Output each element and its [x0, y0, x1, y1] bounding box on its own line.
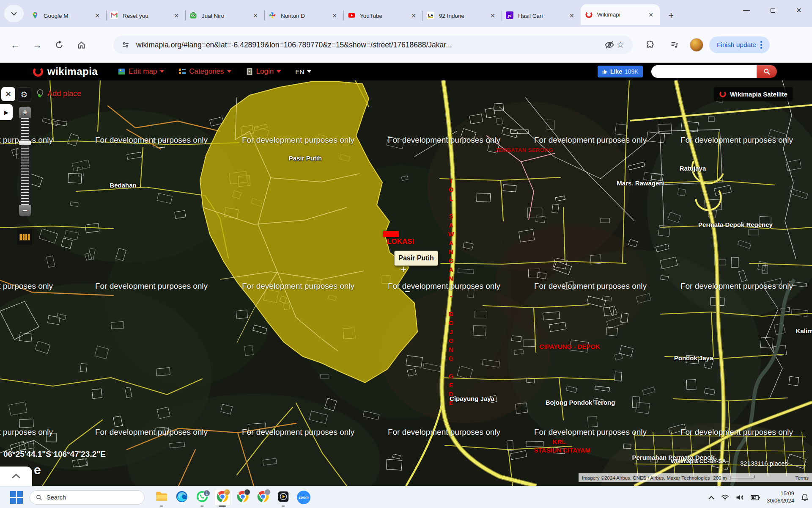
- wikimapia-crescent-icon: [32, 66, 44, 77]
- browser-tab[interactable]: YouTube✕: [343, 6, 422, 25]
- place-label[interactable]: Bojong Pondok Terong: [546, 399, 615, 406]
- panel-expand-arrow[interactable]: ▶: [0, 104, 13, 120]
- finish-update-button[interactable]: Finish update: [709, 36, 770, 53]
- battery-icon[interactable]: [751, 495, 760, 500]
- taskbar-search[interactable]: Search: [30, 490, 145, 505]
- browser-tab[interactable]: Nonton D✕: [264, 6, 343, 25]
- eye-hidden-icon[interactable]: [604, 39, 615, 50]
- running-indicator: [201, 505, 204, 507]
- tab-close-icon[interactable]: ✕: [409, 11, 418, 20]
- gear-icon: ⚙: [20, 90, 27, 99]
- browser-tab[interactable]: Google M✕: [27, 6, 106, 25]
- zoom-slider-handle[interactable]: [19, 141, 31, 145]
- back-button[interactable]: ←: [6, 36, 25, 54]
- taskbar-clock[interactable]: 15:09 30/06/2024: [767, 490, 794, 505]
- place-label[interactable]: Pondok Jaya: [674, 354, 713, 362]
- caret-down-icon: [277, 70, 281, 73]
- tab-close-icon[interactable]: ✕: [567, 11, 576, 20]
- tab-close-icon[interactable]: ✕: [646, 11, 656, 19]
- place-label[interactable]: Permata Depok Regency: [698, 221, 773, 228]
- profile-avatar[interactable]: [690, 38, 703, 52]
- tab-search-button[interactable]: [4, 5, 24, 22]
- caret-down-icon: [160, 70, 164, 73]
- wikimapia-logo[interactable]: wikimapia: [32, 66, 98, 77]
- home-button[interactable]: [72, 36, 91, 54]
- tab-close-icon[interactable]: ✕: [172, 11, 181, 20]
- notification-bell-icon[interactable]: [801, 494, 809, 502]
- toll-road-label[interactable]: TOL SAWANGAN - BOJONG GEDE: [447, 177, 455, 418]
- browser-tab[interactable]: Wikimapi✕: [581, 4, 660, 25]
- browser-tab[interactable]: Jual Niro✕: [185, 6, 264, 25]
- road-label: JEMBATAN SERONG: [495, 147, 553, 153]
- gmail-icon: [110, 11, 119, 20]
- tray-chevron-icon[interactable]: [708, 496, 714, 500]
- wikimapia-search-input[interactable]: [651, 65, 757, 78]
- taskbar-app-whatsapp[interactable]: 1: [192, 487, 212, 508]
- reload-button[interactable]: [50, 36, 69, 54]
- new-tab-button[interactable]: +: [665, 9, 678, 22]
- browser-menu-icon[interactable]: [756, 41, 766, 49]
- url-text[interactable]: wikimapia.org/#lang=en&lat=-6.428919&lon…: [136, 41, 604, 50]
- bookmark-star-icon[interactable]: ☆: [615, 39, 626, 50]
- location-marker[interactable]: [383, 231, 399, 237]
- browser-tab[interactable]: LA92 Indone✕: [422, 6, 502, 25]
- map-settings-button[interactable]: ⚙: [17, 87, 31, 102]
- taskbar-app-chrome[interactable]: [212, 487, 233, 508]
- bottom-panel-toggle[interactable]: [0, 467, 32, 486]
- place-label[interactable]: Cipayung Jaya: [450, 395, 494, 402]
- map-viewport[interactable]: For development purposes onlyFor develop…: [0, 80, 812, 486]
- login-menu[interactable]: Login: [246, 67, 281, 76]
- taskbar-app-file-explorer[interactable]: [151, 487, 172, 508]
- running-indicator: [282, 505, 285, 507]
- panel-close-button[interactable]: ✕: [1, 87, 15, 101]
- login-door-icon: [246, 68, 253, 75]
- wifi-icon[interactable]: [721, 494, 729, 501]
- map-type-selector[interactable]: Wikimapia Satellite: [714, 87, 793, 101]
- tab-close-icon[interactable]: ✕: [488, 11, 497, 20]
- media-queue-icon[interactable]: [665, 36, 684, 54]
- taskbar-app-chrome[interactable]: [233, 487, 253, 508]
- terms-link[interactable]: Terms: [796, 475, 809, 480]
- browser-tab[interactable]: y!Hasil Cari✕: [502, 6, 581, 25]
- extensions-icon[interactable]: [641, 36, 659, 54]
- zoom-in-button[interactable]: +: [19, 107, 31, 118]
- tab-close-icon[interactable]: ✕: [251, 11, 260, 20]
- site-info-icon[interactable]: [120, 39, 131, 50]
- browser-toolbar: ← → wikimapia.org/#lang=en&lat=-6.428919…: [0, 27, 812, 63]
- window-close-button[interactable]: ✕: [786, 0, 812, 20]
- forward-button[interactable]: →: [28, 36, 47, 54]
- taskbar-app-edge[interactable]: [172, 487, 192, 508]
- start-button[interactable]: [9, 491, 24, 504]
- taskbar-app-chrome[interactable]: [253, 487, 273, 508]
- place-label[interactable]: Pasir Putih: [289, 155, 322, 162]
- tab-close-icon[interactable]: ✕: [330, 11, 339, 20]
- zoom-slider[interactable]: [19, 118, 31, 205]
- edit-map-menu[interactable]: Edit map: [118, 67, 164, 76]
- language-menu[interactable]: EN: [295, 68, 311, 75]
- partial-logo-letter: e: [34, 463, 41, 477]
- place-label[interactable]: Kalim: [796, 327, 812, 334]
- road-label: LOKASI: [387, 237, 414, 246]
- zoom-out-button[interactable]: −: [19, 205, 31, 216]
- chrome-icon: [257, 490, 269, 505]
- taskbar-app-media-app[interactable]: [273, 487, 294, 508]
- svg-text:y!: y!: [508, 13, 512, 18]
- facebook-like-button[interactable]: Like 109K: [598, 66, 643, 77]
- measure-tool-button[interactable]: [17, 229, 32, 245]
- tab-close-icon[interactable]: ✕: [93, 11, 102, 20]
- categories-menu[interactable]: Categories: [178, 67, 231, 76]
- place-label[interactable]: Bedahan: [110, 182, 136, 189]
- browser-tab-strip: Google M✕Reset you✕Jual Niro✕Nonton D✕Yo…: [0, 0, 812, 27]
- tab-title: Google M: [44, 13, 93, 19]
- road-label: CIPAYUNG - DEPOK: [539, 343, 600, 350]
- address-bar[interactable]: wikimapia.org/#lang=en&lat=-6.428919&lon…: [113, 36, 633, 54]
- wikimapia-search-button[interactable]: [757, 65, 777, 78]
- window-minimize-button[interactable]: —: [733, 0, 760, 20]
- window-maximize-button[interactable]: [760, 0, 786, 20]
- place-label[interactable]: Ratujaya: [680, 165, 706, 172]
- volume-icon[interactable]: [736, 494, 744, 501]
- place-label[interactable]: Mars. Rawageni: [617, 179, 664, 187]
- browser-tab[interactable]: Reset you✕: [106, 6, 185, 25]
- add-place-button[interactable]: Add place: [36, 89, 81, 98]
- taskbar-app-zoom[interactable]: zoom: [294, 487, 314, 508]
